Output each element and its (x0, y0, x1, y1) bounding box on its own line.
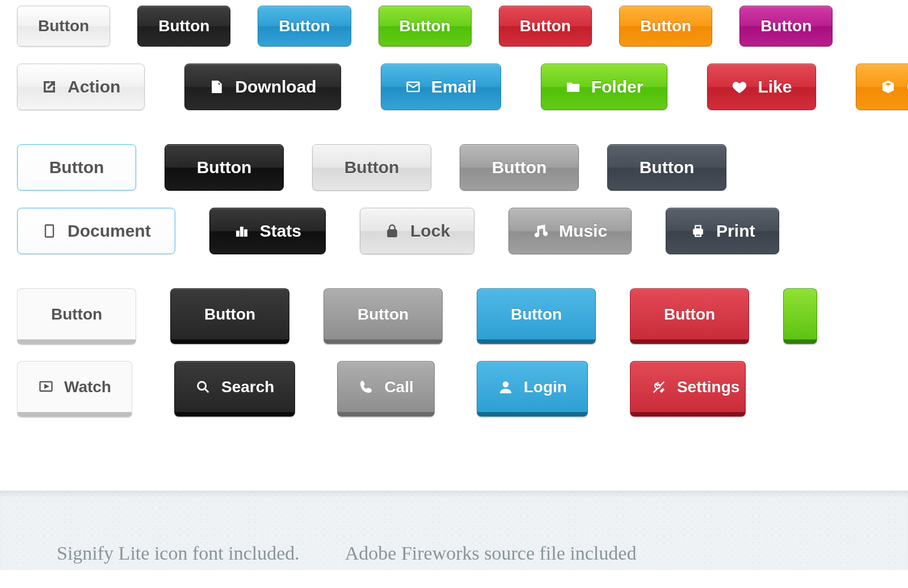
call-button[interactable]: Call (337, 361, 434, 417)
button-label: Button (358, 305, 409, 324)
stats-button[interactable]: Stats (209, 208, 326, 254)
music-icon (533, 223, 549, 239)
button-slate[interactable]: Button (607, 144, 726, 191)
document-icon (41, 223, 57, 239)
print-icon (690, 223, 706, 239)
button-label: Button (279, 17, 330, 35)
button-green[interactable]: Button (379, 6, 472, 47)
row-basic-colors: Button Button Button Button Button Butto… (17, 6, 891, 47)
heart-icon (732, 79, 747, 95)
print-button[interactable]: Print (666, 208, 779, 254)
watch-button[interactable]: Watch (17, 361, 132, 417)
button-label: Button (492, 158, 547, 177)
button-label: Login (524, 378, 567, 396)
folder-button[interactable]: Folder (541, 64, 668, 110)
button-label: Button (520, 17, 571, 35)
button-label: Button (38, 17, 89, 35)
button-label: Search (221, 378, 274, 396)
phone-icon (358, 379, 374, 395)
box-icon (880, 79, 896, 95)
row-grayscale: Button Button Button Button Button (17, 144, 891, 191)
button-light-gray[interactable]: Button (312, 144, 431, 191)
email-button[interactable]: Email (381, 64, 501, 110)
button-thick-gray[interactable]: Button (323, 288, 443, 344)
music-button[interactable]: Music (508, 208, 632, 254)
button-label: Stats (260, 221, 301, 241)
lock-icon (384, 223, 400, 239)
button-label: Button (640, 17, 691, 35)
play-icon (38, 379, 54, 395)
button-label: Action (68, 77, 120, 96)
button-white[interactable]: Button (17, 6, 110, 47)
button-label: Print (716, 221, 755, 241)
login-button[interactable]: Login (477, 361, 588, 417)
action-button[interactable]: Action (17, 64, 145, 110)
button-thick-red[interactable]: Button (630, 288, 749, 344)
button-label: Button (49, 158, 104, 177)
button-thick-black[interactable]: Button (170, 288, 289, 344)
button-label: Button (197, 158, 252, 177)
button-label: Settings (677, 378, 739, 396)
button-gray[interactable]: Button (460, 144, 579, 191)
button-label: Download (235, 77, 316, 96)
button-label: Call (384, 378, 413, 396)
button-thick-white[interactable]: Button (17, 288, 136, 344)
button-label: Like (758, 77, 792, 96)
button-label: Email (431, 77, 477, 96)
external-link-icon (41, 79, 57, 95)
search-icon (195, 379, 211, 395)
mail-icon (405, 79, 421, 95)
button-label: Button (204, 305, 255, 324)
button-red[interactable]: Button (499, 6, 592, 47)
button-label: Button (760, 17, 812, 35)
lock-button[interactable]: Lock (360, 208, 474, 254)
user-icon (498, 379, 514, 395)
download-button[interactable]: Download (184, 64, 340, 110)
like-button[interactable]: Like (707, 64, 816, 110)
footer-text-left: Signify Lite icon font included. (57, 543, 300, 564)
button-label: Lock (410, 221, 450, 241)
button-thick-blue[interactable]: Button (477, 288, 596, 344)
footer-strip: Signify Lite icon font included. Adobe F… (0, 490, 908, 570)
button-label: Button (344, 158, 400, 177)
button-blue[interactable]: Button (258, 6, 351, 47)
button-orange[interactable]: Button (619, 6, 712, 47)
settings-button[interactable]: Settings (630, 361, 746, 417)
button-label: Music (559, 221, 607, 241)
row-thick-colors: Button Button Button Button Button (17, 288, 891, 344)
row-grayscale-icons: Document Stats Lock Music Print (17, 208, 891, 254)
button-label: Button (400, 17, 451, 35)
row-icon-colors: Action Download Email Folder Like Collec… (17, 64, 891, 110)
bar-chart-icon (234, 223, 250, 239)
button-label: Button (51, 305, 102, 324)
button-label: Button (664, 305, 715, 324)
collection-button[interactable]: Collection (856, 64, 908, 110)
document-button[interactable]: Document (17, 208, 175, 254)
footer-text-right: Adobe Fireworks source file included (345, 543, 637, 564)
button-black[interactable]: Button (137, 6, 230, 47)
button-label: Button (511, 305, 562, 324)
row-thick-icons: Watch Search Call Login Settings (17, 361, 891, 417)
button-label: Folder (591, 77, 644, 96)
button-label: Document (68, 221, 151, 241)
button-label: Button (158, 17, 209, 35)
button-black-glossy[interactable]: Button (165, 144, 284, 191)
button-thick-green[interactable] (783, 288, 817, 344)
button-magenta[interactable]: Button (739, 6, 833, 47)
button-outline-white[interactable]: Button (17, 144, 136, 191)
button-showcase: Button Button Button Button Button Butto… (0, 0, 908, 456)
file-icon (209, 79, 225, 95)
folder-icon (565, 79, 581, 95)
button-label: Button (640, 158, 695, 177)
tools-icon (651, 379, 667, 395)
search-button[interactable]: Search (174, 361, 295, 417)
button-label: Watch (64, 378, 111, 396)
